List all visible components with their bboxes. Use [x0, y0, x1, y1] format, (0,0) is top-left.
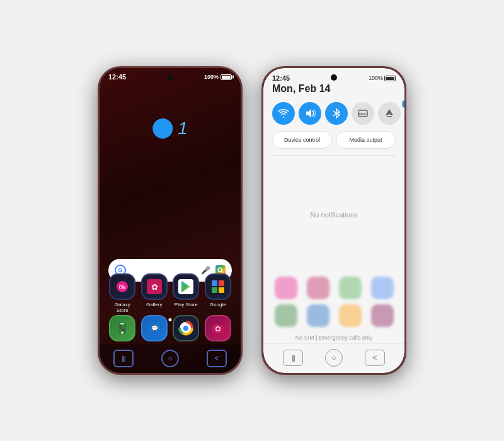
- svg-line-1: [222, 272, 224, 273]
- front-camera: [167, 74, 173, 81]
- front-camera-2: [331, 74, 337, 81]
- time-display-2: 12:45: [272, 74, 290, 82]
- dock-messages[interactable]: 💬: [140, 315, 169, 341]
- svg-rect-9: [212, 280, 217, 286]
- recent-apps-btn-1[interactable]: |||: [113, 350, 134, 367]
- home-btn-1[interactable]: ○: [161, 350, 179, 367]
- nfc-tile[interactable]: NFC: [352, 102, 374, 125]
- home-icon-2: ○: [331, 353, 336, 362]
- play-store-icon: [173, 273, 199, 300]
- notif-header: 12:45 100% Mon, Feb 14: [263, 68, 404, 102]
- nav-bar-1: ||| ○ <: [100, 344, 241, 373]
- chrome-icon: [173, 315, 199, 341]
- no-sim-label: No SIM | Emergency calls only: [295, 335, 372, 341]
- recent-apps-btn-2[interactable]: |||: [283, 350, 303, 366]
- battery-icon-2: [384, 76, 396, 81]
- blue-dot: [152, 118, 173, 139]
- dock-chrome[interactable]: [172, 315, 200, 341]
- phone-1: 12:45 100% 1 G 🎤: [98, 66, 243, 375]
- svg-text:💬: 💬: [151, 324, 158, 332]
- nav-bar-2: ||| ○ <: [263, 343, 404, 373]
- back-btn-2[interactable]: <: [365, 350, 385, 366]
- status-right-1: 100%: [204, 74, 232, 80]
- indicator-number: 1: [178, 118, 188, 139]
- recent-icon-2: |||: [292, 355, 295, 362]
- blurred-icon-7: [339, 304, 362, 327]
- home-indicator: 1: [152, 118, 188, 139]
- battery-text-1: 100%: [204, 74, 219, 80]
- back-btn-1[interactable]: <: [207, 350, 227, 367]
- gallery-label: Gallery: [146, 302, 162, 307]
- phone2-screen: 12:45 100% Mon, Feb 14: [263, 68, 404, 373]
- svg-text:NFC: NFC: [359, 112, 367, 116]
- back-icon-1: <: [214, 354, 219, 363]
- svg-rect-12: [219, 287, 224, 293]
- play-store-label: Play Store: [175, 302, 198, 307]
- svg-marker-22: [306, 109, 311, 118]
- settings-badge-number: 2: [402, 100, 404, 108]
- battery-fill-1: [222, 76, 231, 79]
- phone1-screen: 12:45 100% 1 G 🎤: [100, 68, 241, 373]
- svg-text:🛍: 🛍: [119, 284, 125, 290]
- google-icon: [205, 273, 231, 300]
- messages-icon: 💬: [141, 315, 168, 341]
- quick-tiles: NFC 2: [263, 102, 404, 129]
- svg-point-0: [218, 268, 222, 272]
- app-google[interactable]: Google: [204, 273, 232, 313]
- gallery-icon: ✿: [141, 273, 168, 300]
- no-sim-text: No SIM | Emergency calls only: [263, 332, 404, 343]
- battery-text-2: 100%: [369, 75, 383, 81]
- divider-1: [272, 155, 396, 156]
- app-gallery[interactable]: ✿ Gallery: [140, 273, 169, 313]
- sound-tile[interactable]: [299, 102, 321, 125]
- device-control-btn[interactable]: Device control: [272, 131, 332, 149]
- media-output-btn[interactable]: Media output: [336, 131, 396, 149]
- google-label: Google: [210, 302, 226, 307]
- no-notifications-area: No notifications: [263, 158, 404, 272]
- notif-date: Mon, Feb 14: [272, 83, 396, 94]
- phone-icon: 📞: [109, 315, 135, 341]
- recent-icon-1: |||: [122, 355, 125, 362]
- battery-icon-1: [220, 74, 232, 80]
- blurred-icon-5: [275, 304, 297, 327]
- blurred-icon-3: [339, 277, 362, 299]
- quick-actions: Device control Media output: [263, 129, 404, 152]
- battery-fill-2: [386, 77, 394, 80]
- galaxy-store-label: Galaxy Store: [108, 302, 137, 313]
- home-icon-1: ○: [168, 354, 172, 363]
- svg-text:📞: 📞: [119, 324, 127, 331]
- dock-camera[interactable]: [204, 315, 232, 341]
- home-btn-2[interactable]: ○: [325, 349, 343, 367]
- app-grid: 🛍 Galaxy Store ✿ Gallery: [108, 273, 232, 313]
- svg-rect-10: [219, 280, 224, 286]
- blurred-icon-2: [307, 277, 329, 299]
- bluetooth-tile[interactable]: [325, 102, 348, 125]
- svg-rect-11: [212, 287, 217, 293]
- blurred-icon-4: [371, 277, 394, 299]
- no-notifications-text: No notifications: [310, 211, 357, 219]
- device-control-label: Device control: [284, 137, 320, 143]
- back-icon-2: <: [372, 353, 377, 362]
- airplane-tile[interactable]: [378, 102, 401, 125]
- dock: 📞 💬: [108, 315, 232, 341]
- galaxy-store-icon: 🛍: [109, 273, 135, 300]
- svg-rect-27: [387, 116, 392, 117]
- app-play-store[interactable]: Play Store: [172, 273, 200, 313]
- svg-point-20: [216, 328, 219, 331]
- blurred-icon-6: [307, 304, 329, 327]
- media-output-label: Media output: [349, 137, 382, 143]
- time-display-1: 12:45: [108, 73, 126, 81]
- phone-2: 12:45 100% Mon, Feb 14: [261, 66, 406, 375]
- camera-icon: [205, 315, 231, 341]
- blurred-icon-8: [371, 304, 394, 327]
- svg-rect-21: [215, 324, 218, 326]
- blurred-icon-1: [275, 277, 297, 299]
- svg-point-17: [183, 326, 188, 331]
- svg-text:✿: ✿: [151, 282, 158, 292]
- dock-phone[interactable]: 📞: [108, 315, 137, 341]
- app-galaxy-store[interactable]: 🛍 Galaxy Store: [108, 273, 137, 313]
- wifi-tile[interactable]: [272, 102, 295, 125]
- battery-display-2: 100%: [369, 75, 396, 81]
- blurred-apps: [263, 272, 404, 332]
